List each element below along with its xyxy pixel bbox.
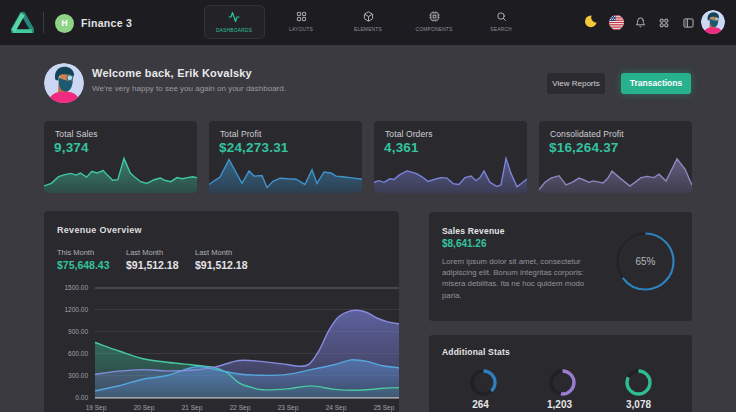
svg-text:65%: 65% xyxy=(635,256,655,267)
